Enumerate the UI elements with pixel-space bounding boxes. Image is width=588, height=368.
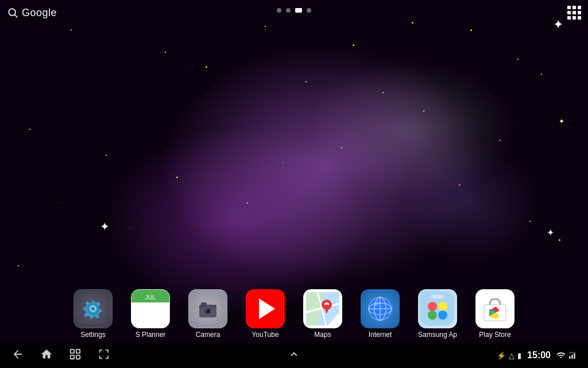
star <box>559 239 560 241</box>
splanner-date: 31 <box>141 308 159 324</box>
splanner-inner: JUL 31 <box>131 290 169 328</box>
youtube-play-icon <box>259 298 275 319</box>
app-splanner[interactable]: JUL 31 S Planner <box>125 289 176 339</box>
nav-right: ⚡ △ ▮ 15:00 <box>497 350 577 361</box>
app-playstore[interactable]: Play Store <box>469 289 521 339</box>
svg-point-12 <box>206 309 207 310</box>
app-settings[interactable]: Settings <box>67 289 119 339</box>
warning-icon: △ <box>509 351 514 360</box>
samsung-icon <box>418 289 457 328</box>
youtube-label: YouTube <box>252 331 278 339</box>
usb-icon: ⚡ <box>497 351 506 360</box>
camera-label: Camera <box>196 331 220 339</box>
svg-rect-45 <box>569 356 570 359</box>
svg-rect-46 <box>571 355 572 359</box>
navbar: ⚡ △ ▮ 15:00 <box>0 343 588 368</box>
all-apps-button[interactable] <box>567 6 581 20</box>
gear-svg <box>80 296 106 321</box>
screenshot-icon <box>98 348 110 361</box>
svg-line-1 <box>15 15 18 18</box>
star <box>341 147 342 148</box>
wifi-signal-icons <box>556 351 577 360</box>
svg-point-34 <box>431 294 444 299</box>
app-internet[interactable]: Internet <box>354 289 406 339</box>
app-youtube[interactable]: YouTube <box>239 289 291 339</box>
svg-point-0 <box>9 9 16 16</box>
svg-point-32 <box>428 310 437 320</box>
google-label: Google <box>22 7 57 19</box>
svg-rect-8 <box>201 302 207 306</box>
playstore-icon <box>475 289 514 328</box>
settings-label: Settings <box>80 331 105 339</box>
up-icon <box>288 348 300 361</box>
sparkle-star: ✦ <box>559 118 564 125</box>
playstore-label: Play Store <box>479 331 510 339</box>
app-samsung[interactable]: Samsung Ap <box>412 289 463 339</box>
youtube-icon <box>246 289 285 328</box>
recent-apps-icon <box>69 348 82 361</box>
star <box>283 162 283 163</box>
internet-icon <box>361 289 400 328</box>
star <box>529 221 531 222</box>
page-indicators <box>277 8 311 13</box>
star <box>459 184 461 186</box>
samsung-label: Samsung Ap <box>418 331 457 339</box>
splanner-label: S Planner <box>136 331 166 339</box>
home-button[interactable] <box>40 348 53 363</box>
svg-rect-43 <box>71 355 74 358</box>
svg-point-30 <box>428 302 437 311</box>
search-icon <box>7 7 18 18</box>
nav-center <box>288 348 300 363</box>
internet-label: Internet <box>369 331 392 339</box>
page-dot-3 <box>295 8 302 13</box>
svg-rect-48 <box>569 352 575 353</box>
camera-svg <box>195 296 220 321</box>
sparkle-star: ✦ <box>100 221 110 232</box>
camera-icon <box>188 289 227 328</box>
svg-rect-47 <box>574 354 575 359</box>
signal-icon <box>568 351 577 360</box>
svg-rect-42 <box>76 349 80 352</box>
splanner-header: JUL <box>131 290 169 302</box>
app-maps[interactable]: Maps <box>297 289 349 339</box>
maps-icon <box>303 289 342 328</box>
nav-left <box>11 348 110 363</box>
page-dot-1 <box>277 8 281 13</box>
splanner-icon: JUL 31 <box>131 289 170 328</box>
internet-svg <box>366 295 394 323</box>
up-button[interactable] <box>288 348 300 363</box>
back-icon <box>11 348 24 361</box>
status-time: 15:00 <box>527 350 551 361</box>
svg-point-31 <box>438 302 447 311</box>
wifi-icon <box>556 351 566 360</box>
recent-apps-button[interactable] <box>69 348 82 363</box>
page-dot-2 <box>286 8 291 13</box>
topbar: Google <box>0 0 588 25</box>
star <box>265 26 266 27</box>
star <box>18 265 19 266</box>
settings-icon <box>74 289 113 328</box>
svg-point-5 <box>91 307 95 310</box>
maps-svg <box>306 292 339 325</box>
app-camera[interactable]: Camera <box>182 289 234 339</box>
status-icons: ⚡ △ ▮ <box>497 351 521 360</box>
google-search-widget[interactable]: Google <box>7 7 57 19</box>
screenshot-button[interactable] <box>98 348 110 363</box>
sparkle-star: ✦ <box>547 228 554 237</box>
battery-icon: ▮ <box>517 351 521 360</box>
playstore-svg <box>478 292 512 325</box>
apps-grid-icon <box>567 6 581 20</box>
back-button[interactable] <box>11 348 24 363</box>
star <box>382 92 384 93</box>
svg-rect-44 <box>76 355 80 358</box>
page-dot-4 <box>307 8 311 13</box>
svg-rect-41 <box>71 349 74 352</box>
svg-point-33 <box>438 310 447 320</box>
samsung-svg <box>421 292 454 325</box>
home-icon <box>40 348 53 361</box>
maps-label: Maps <box>314 331 331 339</box>
star <box>165 52 166 53</box>
dock: Settings JUL 31 S Planner <box>0 285 588 343</box>
svg-point-13 <box>212 305 215 308</box>
